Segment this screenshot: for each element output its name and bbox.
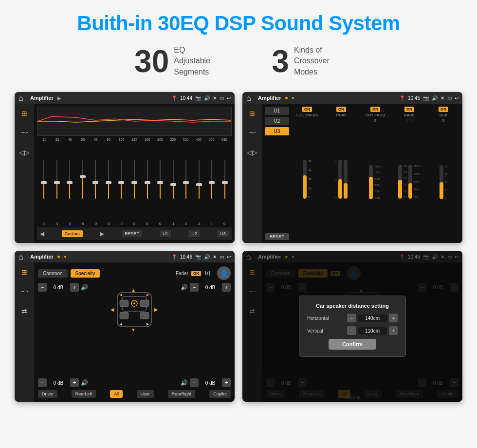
slider-1[interactable] [38,160,50,204]
freq-630: 630 [218,138,231,141]
phat-sliders[interactable]: ~~~ [335,118,348,240]
back-icon[interactable]: ↩ [227,95,231,101]
u2-btn[interactable]: U2 [188,230,200,237]
xover-sidebar-vol[interactable]: ◁▷ [246,147,258,158]
specialty-tab[interactable]: Specialty [71,269,100,278]
cutfreq-sliders[interactable]: 120Hz100Hz90Hz80Hz70Hz60Hz [369,124,381,240]
slider-9[interactable] [141,160,153,204]
svg-text:◀: ◀ [110,307,114,312]
spec-sidebar-bt[interactable]: ⇄ [18,305,30,317]
loudness-on[interactable]: ON [302,107,312,112]
reset-btn[interactable]: RESET [122,230,142,237]
front-left-row: − 0 dB + 🔊 [38,283,101,292]
horizontal-minus[interactable]: − [347,314,356,322]
phat-on[interactable]: ON [336,107,346,112]
xover-sidebar-tune[interactable]: ⊞ [246,108,258,119]
sub-on[interactable]: ON [439,107,448,112]
custom-btn[interactable]: Custom [62,230,83,237]
eq-sidebar-tune[interactable]: ⊞ [18,108,30,119]
xover-u1-btn[interactable]: U1 [265,107,289,115]
rl-minus[interactable]: − [38,378,47,387]
slider-11[interactable] [167,160,179,204]
bass-sliders[interactable]: 3.02.52.01.51.00.5 100Hz90Hz80Hz70Hz60Hz [398,123,421,240]
xover-home-icon[interactable]: ⌂ [246,94,254,102]
slider-8[interactable] [128,160,141,204]
eq-sidebar-wave[interactable]: 〰 [18,127,30,139]
cutfreq-label: CUT FREQ [366,113,385,117]
val-3: 0 [64,222,76,225]
vertical-plus[interactable]: + [389,326,398,335]
freq-400: 400 [192,138,205,141]
slider-3[interactable] [64,160,76,204]
val-9: 0 [141,222,153,225]
slider-5[interactable] [90,160,102,204]
eq-body: ⊞ 〰 ◁▷ [15,104,235,243]
spec-sidebar-tune[interactable]: ⊞ [18,266,30,278]
home-icon[interactable]: ⌂ [18,94,26,102]
vertical-minus[interactable]: − [347,326,356,335]
horizontal-plus[interactable]: + [389,314,398,322]
xover-sidebar-wave[interactable]: 〰 [246,127,258,139]
xover-u2-btn[interactable]: U2 [265,117,289,125]
u3-btn[interactable]: U3 [217,230,229,237]
user-btn[interactable]: User [137,390,154,398]
slider-13[interactable] [193,160,205,204]
eq-play[interactable]: ▶ [100,230,104,237]
slider-10[interactable] [154,160,166,204]
eq-sidebar-vol[interactable]: ◁▷ [18,147,30,158]
rear-right-btn[interactable]: RearRight [168,390,196,398]
all-btn[interactable]: All [110,390,123,398]
common-tab[interactable]: Common [38,269,68,278]
freq-40: 40 [64,138,76,141]
slider-12[interactable] [180,160,192,204]
sliders-row[interactable] [37,142,232,221]
sub-sliders[interactable]: 20151050 [440,124,448,240]
val-6: 0 [102,222,115,225]
slider-6[interactable] [103,160,115,204]
spec-tabs-row: Common Specialty Fader ON 👤 [38,266,231,280]
loudness-sliders[interactable]: 644832160 [303,118,312,240]
driver-btn[interactable]: Driver [38,390,57,398]
rr-minus[interactable]: − [190,378,199,387]
fl-plus[interactable]: + [70,283,79,292]
fl-value: 0 dB [49,285,68,290]
fl-minus[interactable]: − [38,283,47,292]
eq-sliders-area: 25 32 40 50 63 80 100 125 160 200 250 32… [37,138,232,225]
horizontal-row: Horizontal − 140cm + [307,314,398,322]
spec-back-icon[interactable]: ↩ [227,254,231,260]
slider-14[interactable] [206,160,218,204]
rl-plus[interactable]: + [70,378,79,387]
freq-63: 63 [90,138,102,141]
rear-left-btn[interactable]: RearLeft [72,390,96,398]
fr-minus[interactable]: − [190,283,199,292]
phat-label: PHAT [336,113,347,117]
spec-home-icon[interactable]: ⌂ [18,253,26,261]
loudness-label: LOUDNESS [296,113,318,117]
slider-4[interactable] [77,160,89,204]
vertical-value: 110cm [358,327,387,335]
cutfreq-channel: ON CUT FREQ G 120Hz100Hz90Hz80Hz70Hz60Hz [359,107,391,240]
rr-plus[interactable]: + [222,378,231,387]
fader-on-badge[interactable]: ON [191,271,201,276]
eq-graph [37,107,232,136]
dialog-confirm-area: Confirm [307,339,398,350]
spec-sidebar-wave[interactable]: 〰 [18,286,30,298]
xover-reset-btn[interactable]: RESET [265,233,289,240]
slider-15[interactable] [219,160,231,204]
svg-rect-7 [140,300,149,307]
copilot-btn[interactable]: Copilot [209,390,231,398]
slider-2[interactable] [51,160,63,204]
xover-dot: ● [292,95,294,100]
eq-prev[interactable]: ◀ [40,230,44,237]
xover-back-icon[interactable]: ↩ [455,95,459,101]
eq-nav[interactable]: ◀ [40,230,44,237]
user-avatar[interactable]: 👤 [217,266,231,280]
bass-on[interactable]: ON [404,107,414,112]
cutfreq-on[interactable]: ON [370,107,380,112]
fr-plus[interactable]: + [222,283,231,292]
xover-u3-btn[interactable]: U3 [265,127,289,135]
slider-7[interactable] [115,160,128,204]
val-14: 0 [205,222,218,225]
confirm-button[interactable]: Confirm [329,339,376,350]
u1-btn[interactable]: U1 [160,230,171,237]
